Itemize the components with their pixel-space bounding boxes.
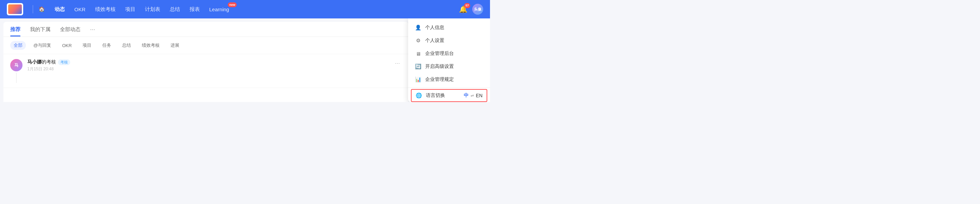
feed-avatar-col: 马	[10, 59, 22, 83]
filter-all[interactable]: 全部	[10, 41, 26, 50]
feed-title: 马小娜的考核考核	[27, 59, 389, 65]
dropdown-separator	[408, 87, 490, 88]
dropdown-label-enterprise-admin: 企业管理后台	[425, 51, 483, 57]
dropdown-menu: 👤 个人信息 ⚙ 个人设置 🖥 企业管理后台 🔄 开启高级设置 📊 企业管理规定	[408, 18, 490, 102]
filter-progress[interactable]: 进展	[167, 41, 183, 50]
tab-subordinate[interactable]: 我的下属	[30, 26, 51, 36]
dropdown-item-settings[interactable]: ⚙ 个人设置	[408, 34, 490, 47]
dropdown-label-lang: 语言切换	[426, 92, 460, 99]
lang-switch[interactable]: 中 ⇌ EN	[464, 92, 482, 99]
dropdown-item-lang[interactable]: 🌐 语言切换 中 ⇌ EN	[411, 89, 487, 102]
filter-project[interactable]: 项目	[79, 41, 95, 50]
feed-time: 1月15日 20:48	[27, 66, 389, 72]
globe-icon: 🌐	[416, 92, 422, 99]
nav-item-reports[interactable]: 报表	[189, 5, 200, 14]
lang-arrow-icon: ⇌	[471, 93, 474, 98]
nav-item-summary[interactable]: 总结	[170, 5, 180, 14]
feed-type-badge: 考核	[58, 59, 70, 65]
nav-logo[interactable]	[7, 3, 23, 15]
dropdown-label-profile: 个人信息	[425, 25, 483, 31]
bell-button[interactable]: 🔔 57	[459, 5, 468, 13]
nav-item-project[interactable]: 项目	[125, 5, 135, 14]
top-navigation: 🏠 动态 OKR 绩效考核 项目 计划表 总结 报表 Learning new …	[0, 0, 490, 18]
feed-author: 马小娜	[27, 59, 41, 64]
filter-reply[interactable]: @与回复	[30, 41, 54, 50]
dropdown-label-advanced: 开启高级设置	[425, 64, 483, 70]
main-content: 推荐 我的下属 全部动态 ··· 全部 @与回复 OKR 项目 任务 总结 绩效…	[3, 22, 408, 102]
lang-zh: 中	[464, 92, 469, 99]
content-area: 推荐 我的下属 全部动态 ··· 全部 @与回复 OKR 项目 任务 总结 绩效…	[0, 18, 490, 102]
gear-icon: ⚙	[415, 38, 421, 44]
nav-item-home[interactable]: 🏠	[38, 5, 45, 14]
nav-items: 🏠 动态 OKR 绩效考核 项目 计划表 总结 报表 Learning new	[38, 5, 459, 14]
feed-line	[16, 73, 17, 83]
dropdown-item-rules[interactable]: 📊 企业管理规定	[408, 73, 490, 86]
nav-divider	[33, 5, 33, 13]
refresh-icon: 🔄	[415, 64, 421, 70]
filter-okr[interactable]: OKR	[59, 41, 75, 49]
dropdown-item-enterprise-admin[interactable]: 🖥 企业管理后台	[408, 47, 490, 60]
nav-item-dynamic[interactable]: 动态	[54, 5, 65, 14]
dropdown-menu-panel: 👤 个人信息 ⚙ 个人设置 🖥 企业管理后台 🔄 开启高级设置 📊 企业管理规定	[408, 18, 490, 102]
person-icon: 👤	[415, 25, 421, 31]
filter-bar: 全部 @与回复 OKR 项目 任务 总结 绩效考核 进展	[3, 37, 408, 54]
bell-badge: 57	[464, 3, 470, 8]
dropdown-item-advanced[interactable]: 🔄 开启高级设置	[408, 60, 490, 73]
tab-all[interactable]: 全部动态	[60, 26, 81, 36]
chart-icon: 📊	[415, 76, 421, 83]
lang-en: EN	[476, 93, 482, 98]
feed-item: 马 马小娜的考核考核 1月15日 20:48 ···	[3, 54, 408, 88]
filter-performance[interactable]: 绩效考核	[138, 41, 163, 50]
nav-right: 🔔 57 头像	[459, 4, 483, 15]
feed-body: 马小娜的考核考核 1月15日 20:48	[27, 59, 389, 72]
filter-summary[interactable]: 总结	[119, 41, 134, 50]
tab-more[interactable]: ···	[90, 26, 95, 37]
feed-suffix: 的考核	[41, 59, 56, 64]
tab-recommend[interactable]: 推荐	[10, 26, 21, 36]
feed-more-button[interactable]: ···	[393, 60, 401, 67]
dropdown-item-profile[interactable]: 👤 个人信息	[408, 21, 490, 34]
nav-item-performance[interactable]: 绩效考核	[95, 5, 116, 14]
filter-task[interactable]: 任务	[99, 41, 115, 50]
user-avatar[interactable]: 头像	[472, 4, 483, 15]
tab-bar: 推荐 我的下属 全部动态 ···	[3, 22, 408, 37]
nav-item-learning[interactable]: Learning new	[209, 5, 229, 14]
dropdown-label-settings: 个人设置	[425, 38, 483, 44]
dropdown-label-rules: 企业管理规定	[425, 76, 483, 83]
monitor-icon: 🖥	[415, 51, 421, 57]
feed-avatar[interactable]: 马	[10, 59, 22, 71]
nav-item-schedule[interactable]: 计划表	[145, 5, 160, 14]
learning-new-badge: new	[228, 2, 237, 8]
nav-item-okr[interactable]: OKR	[74, 5, 86, 14]
